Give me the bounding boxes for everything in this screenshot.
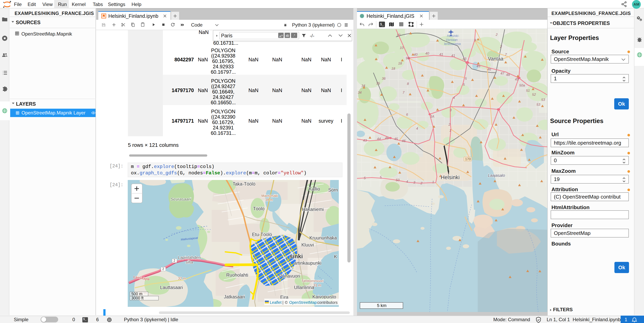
svg-text:Ullanlinna: Ullanlinna (294, 285, 314, 290)
svg-text:1: 1 (432, 180, 434, 184)
svg-text:41: 41 (439, 52, 443, 56)
svg-text:18 m: 18 m (265, 198, 273, 202)
svg-text:5: 5 (463, 83, 465, 86)
svg-text:lentoasema: lentoasema (444, 42, 461, 45)
svg-text:53: 53 (536, 103, 540, 106)
svg-text:5: 5 (380, 175, 382, 179)
svg-text:35: 35 (376, 81, 380, 85)
svg-text:Leaflet: Leaflet (270, 300, 282, 305)
svg-text:4: 4 (453, 96, 455, 100)
svg-text:2: 2 (496, 33, 498, 36)
svg-text:Kluuvi: Kluuvi (302, 242, 314, 248)
svg-text:2: 2 (162, 267, 164, 271)
svg-text:4: 4 (406, 180, 408, 184)
svg-text:34: 34 (362, 84, 365, 88)
svg-text:2: 2 (500, 45, 502, 48)
svg-text:Helsinki-: Helsinki- (447, 34, 459, 37)
svg-text:6: 6 (406, 113, 408, 116)
svg-text:500 m: 500 m (131, 292, 142, 296)
svg-text:Jatkasaari: Jatkasaari (224, 294, 245, 300)
svg-text:45: 45 (385, 136, 389, 140)
svg-text:3A: 3A (430, 115, 434, 118)
svg-text:Lapinlahden: Lapinlahden (178, 255, 201, 260)
svg-text:18: 18 (398, 61, 402, 65)
svg-text:10: 10 (400, 46, 404, 50)
svg-text:Helsinki: Helsinki (441, 174, 460, 180)
svg-text:98: 98 (406, 56, 410, 60)
svg-text:10: 10 (396, 33, 400, 37)
svg-text:Kallio: Kallio (309, 186, 320, 192)
svg-text:2: 2 (448, 123, 450, 126)
svg-text:170: 170 (465, 157, 471, 161)
svg-text:Mäntymäki: Mäntymäki (262, 194, 278, 198)
svg-text:K: K (334, 254, 337, 259)
svg-text:3: 3 (413, 181, 415, 184)
svg-text:7: 7 (505, 53, 507, 56)
svg-text:3: 3 (450, 108, 452, 112)
svg-text:45: 45 (476, 64, 480, 68)
svg-text:Vantaa: Vantaa (488, 56, 503, 61)
svg-text:silta: silta (186, 260, 193, 264)
svg-text:40: 40 (414, 53, 418, 56)
svg-text:OpenStreetMap: OpenStreetMap (289, 300, 317, 305)
svg-text:46: 46 (402, 139, 406, 143)
svg-text:Sörn: Sörn (328, 187, 338, 193)
svg-text:Kruununhaka: Kruununhaka (310, 235, 337, 241)
svg-text:©: © (285, 300, 288, 305)
svg-text:artinkaupunki: artinkaupunki (294, 261, 322, 266)
svg-text:18: 18 (391, 67, 395, 70)
svg-text:contributors: contributors (317, 300, 338, 305)
svg-text:53: 53 (541, 98, 545, 102)
svg-text:Lauttasaari: Lauttasaari (160, 285, 183, 290)
svg-text:52: 52 (532, 93, 536, 96)
svg-text:44: 44 (377, 137, 381, 141)
svg-text:Töölö: Töölö (253, 206, 265, 211)
svg-text:5 km: 5 km (377, 303, 386, 308)
svg-text:Punavuori: Punavuori (279, 274, 300, 279)
svg-text:48: 48 (506, 73, 510, 77)
svg-text:34: 34 (358, 91, 362, 94)
svg-text:Vantaan: Vantaan (446, 38, 458, 41)
svg-text:40: 40 (425, 51, 429, 55)
svg-text:3000 ft: 3000 ft (131, 296, 144, 300)
svg-text:Laajasalo: Laajasalo (488, 173, 505, 178)
svg-text:43: 43 (462, 57, 466, 61)
svg-text:Tähtitorninvuori: Tähtitorninvuori (302, 279, 324, 283)
svg-text:sinki: sinki (290, 253, 303, 260)
svg-text:Hakaniemi: Hakaniemi (302, 207, 324, 212)
svg-text:51: 51 (526, 89, 530, 92)
svg-text:|: | (282, 300, 284, 305)
svg-text:31 m: 31 m (313, 283, 321, 287)
svg-text:8: 8 (407, 82, 409, 86)
svg-text:50: 50 (396, 178, 400, 182)
svg-text:Taka-Töölö: Taka-Töölö (233, 181, 256, 187)
svg-text:9: 9 (474, 38, 476, 42)
svg-text:Etu-Töölö: Etu-Töölö (252, 232, 272, 237)
svg-text:32 m: 32 m (178, 277, 186, 281)
svg-text:Ruoholahti: Ruoholahti (226, 273, 248, 278)
svg-text:49: 49 (515, 77, 519, 81)
svg-text:5: 5 (364, 176, 366, 180)
svg-text:4: 4 (416, 127, 418, 130)
svg-text:2: 2 (420, 181, 422, 185)
svg-text:45: 45 (394, 137, 398, 141)
svg-text:7: 7 (402, 91, 404, 94)
svg-text:1: 1 (449, 129, 451, 132)
svg-text:47: 47 (500, 71, 504, 75)
svg-text:46: 46 (487, 67, 491, 71)
svg-text:43: 43 (363, 139, 367, 142)
svg-text:41: 41 (451, 54, 455, 57)
svg-text:Seurasaari: Seurasaari (170, 197, 191, 201)
svg-text:2: 2 (174, 259, 175, 262)
svg-text:36: 36 (382, 77, 386, 80)
svg-text:5: 5 (465, 77, 467, 80)
svg-text:50a: 50a (519, 83, 525, 87)
